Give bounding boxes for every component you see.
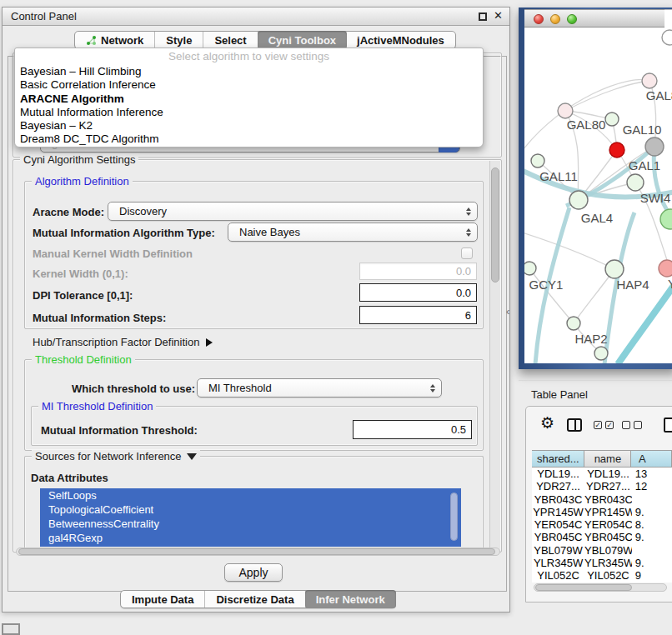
- mi-steps-field[interactable]: 6: [359, 306, 477, 324]
- table-cell[interactable]: YBR043C: [584, 493, 632, 506]
- table-cell[interactable]: YBL079W: [584, 544, 632, 557]
- network-node[interactable]: [558, 103, 573, 118]
- table-row[interactable]: YBL079W YBL079W: [532, 544, 672, 557]
- table-cell[interactable]: [632, 544, 672, 557]
- network-node[interactable]: [605, 260, 624, 278]
- table-cell[interactable]: 8.: [632, 518, 672, 531]
- dropdown-item[interactable]: Mutual Information Inference: [15, 106, 483, 119]
- table-cell[interactable]: YDR27...: [584, 480, 632, 492]
- control-panel-titlebar[interactable]: Control Panel ✕: [3, 8, 509, 26]
- network-node[interactable]: [662, 30, 672, 45]
- network-node[interactable]: [627, 174, 644, 191]
- tab-jactivemnodules[interactable]: jActiveMNodules: [346, 32, 455, 48]
- column-header[interactable]: name: [584, 451, 631, 467]
- table-cell[interactable]: YLR345W: [584, 557, 632, 569]
- table-row[interactable]: YLR345W YLR345W 9.: [532, 557, 672, 569]
- table-row[interactable]: YIL052C YIL052C 9: [532, 569, 672, 582]
- minimize-traffic-light-icon[interactable]: [550, 14, 560, 24]
- table-cell[interactable]: YER054C: [532, 518, 584, 531]
- tab-infer-network[interactable]: Infer Network: [305, 590, 396, 608]
- table-cell[interactable]: YLR345W: [532, 557, 584, 569]
- table-cell[interactable]: YIL052C: [532, 569, 584, 582]
- combobox-stepper-icon[interactable]: [466, 208, 471, 216]
- list-item[interactable]: TopologicalCoefficient: [40, 502, 461, 517]
- table-cell[interactable]: 9.: [632, 506, 672, 518]
- column-header[interactable]: shared...: [532, 451, 584, 467]
- table-cell[interactable]: 9: [632, 569, 672, 582]
- which-threshold-combobox[interactable]: MI Threshold: [197, 378, 442, 398]
- list-scrollbar-thumb[interactable]: [450, 492, 458, 541]
- float-window-icon[interactable]: [479, 12, 487, 21]
- network-node[interactable]: [569, 191, 588, 209]
- table-cell[interactable]: YBL079W: [532, 544, 584, 557]
- dropdown-item[interactable]: Basic Correlation Inference: [15, 78, 483, 92]
- network-node[interactable]: [659, 260, 672, 277]
- tab-style[interactable]: Style: [155, 32, 203, 48]
- network-node[interactable]: [605, 112, 619, 126]
- table-cell[interactable]: 12: [632, 480, 672, 492]
- checked-pair-icon[interactable]: ✓✓: [594, 421, 614, 429]
- table-row[interactable]: YDL19... YDL19... 13: [532, 468, 672, 480]
- expander-collapsed-icon[interactable]: [206, 338, 213, 347]
- list-item[interactable]: SelfLoops: [40, 488, 461, 502]
- table-cell[interactable]: YDR27...: [532, 480, 584, 492]
- tab-cyni-toolbox[interactable]: Cyni Toolbox: [258, 31, 347, 49]
- table-cell[interactable]: YIL052C: [584, 569, 632, 582]
- table-row[interactable]: YBR043C YBR043C: [532, 493, 672, 506]
- network-node[interactable]: [531, 154, 544, 168]
- document-icon[interactable]: [664, 418, 672, 432]
- table-cell[interactable]: YBR043C: [532, 493, 584, 506]
- scrollbar-thumb[interactable]: [535, 584, 632, 591]
- expander-expanded-icon[interactable]: [187, 453, 197, 460]
- close-traffic-light-icon[interactable]: [534, 14, 544, 24]
- settings-vertical-scrollbar[interactable]: [489, 161, 500, 550]
- table-cell[interactable]: 9.: [632, 557, 672, 569]
- column-header[interactable]: A: [631, 451, 672, 467]
- sources-expander[interactable]: Sources for Network Inference: [32, 450, 200, 462]
- table-horizontal-scrollbar[interactable]: [534, 583, 667, 592]
- tab-impute-data[interactable]: Impute Data: [121, 591, 205, 608]
- combobox-stepper-icon[interactable]: [430, 384, 435, 392]
- network-node[interactable]: [567, 317, 580, 330]
- table-row[interactable]: YDR27... YDR27... 12: [532, 480, 672, 492]
- manual-kernel-checkbox[interactable]: [461, 248, 473, 259]
- aracne-mode-combobox[interactable]: Discovery: [108, 202, 478, 221]
- table-cell[interactable]: YPR145W: [584, 506, 632, 518]
- network-canvas[interactable]: GAL8GAL80GAL10GAL1GAL11SWI4GAL4GCY1HAP4Y…: [524, 28, 672, 363]
- network-view-window[interactable]: GAL8GAL80GAL10GAL1GAL11SWI4GAL4GCY1HAP4Y…: [519, 8, 672, 369]
- dropdown-item-aracne[interactable]: ARACNE Algorithm: [15, 92, 483, 106]
- dpi-tolerance-field[interactable]: 0.0: [359, 283, 477, 302]
- network-node[interactable]: [594, 347, 608, 360]
- gear-icon[interactable]: ⚙: [540, 415, 554, 431]
- table-cell[interactable]: YDL19...: [532, 468, 584, 480]
- data-attributes-list[interactable]: SelfLoops TopologicalCoefficient Between…: [40, 488, 461, 547]
- table-cell[interactable]: YER054C: [584, 518, 632, 531]
- panel-collapse-chevron-icon[interactable]: ‹: [506, 305, 509, 318]
- tab-select[interactable]: Select: [203, 32, 258, 48]
- hub-expander[interactable]: Hub/Transcription Factor Definition: [33, 336, 213, 348]
- network-window-titlebar[interactable]: [524, 9, 664, 28]
- tab-network[interactable]: Network: [75, 32, 155, 48]
- bottom-left-widget[interactable]: [2, 623, 20, 635]
- kernel-width-field[interactable]: 0.0: [359, 262, 477, 280]
- scrollbar-thumb[interactable]: [491, 168, 499, 282]
- table-cell[interactable]: 9.: [632, 531, 672, 543]
- table-cell[interactable]: 13: [632, 468, 672, 480]
- list-item[interactable]: BetweennessCentrality: [40, 517, 461, 531]
- zoom-traffic-light-icon[interactable]: [567, 14, 577, 24]
- mi-threshold-field[interactable]: 0.5: [353, 420, 472, 439]
- network-node[interactable]: [609, 142, 624, 158]
- table-row[interactable]: YPR145W YPR145W 9.: [532, 506, 672, 518]
- table-cell[interactable]: YBR045C: [532, 531, 584, 543]
- table-cell[interactable]: YDL19...: [584, 468, 632, 480]
- network-node[interactable]: [645, 138, 664, 156]
- table-cell[interactable]: YBR045C: [584, 531, 632, 543]
- network-node[interactable]: [660, 209, 672, 229]
- close-icon[interactable]: ✕: [494, 9, 503, 22]
- table-cell[interactable]: [632, 493, 672, 506]
- unchecked-pair-icon[interactable]: [622, 421, 642, 429]
- table-row[interactable]: YBR045C YBR045C 9.: [532, 531, 672, 543]
- dropdown-item[interactable]: Dream8 DC_TDC Algorithm: [15, 132, 483, 146]
- settings-horizontal-scrollbar[interactable]: [16, 548, 500, 556]
- scrollbar-thumb[interactable]: [18, 548, 495, 555]
